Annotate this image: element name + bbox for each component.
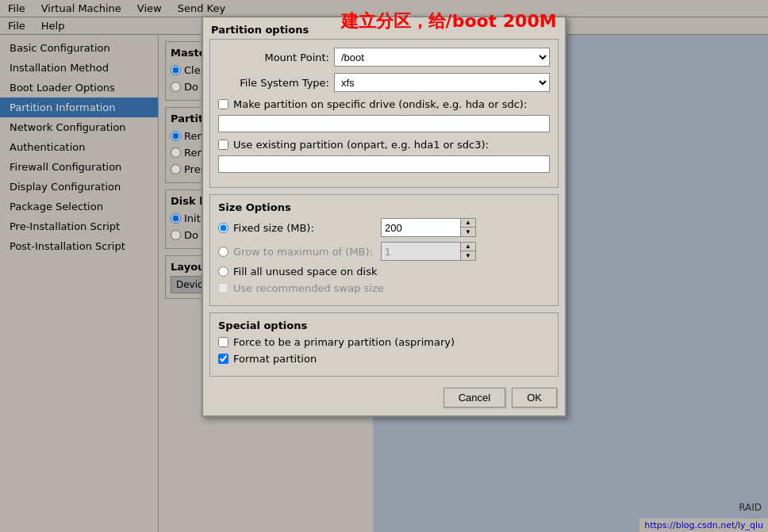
make-partition-label: Make partition on specific drive (ondisk… <box>233 98 527 110</box>
mount-point-label: Mount Point: <box>218 52 329 63</box>
file-system-type-label: File System Type: <box>218 77 329 89</box>
size-options-section: Size Options Fixed size (MB): ▲ ▼ Grow t… <box>209 194 559 306</box>
force-primary-checkbox[interactable] <box>218 337 228 347</box>
file-system-select-wrapper: xfs ext4 ext3 ext2 vfat swap <box>334 73 550 92</box>
use-existing-input[interactable] <box>218 155 550 173</box>
format-partition-checkbox[interactable] <box>218 354 228 364</box>
mount-point-select[interactable]: /boot / /home swap <box>334 48 550 67</box>
fixed-size-radio[interactable] <box>218 223 228 233</box>
fixed-size-spinner: ▲ ▼ <box>461 219 475 236</box>
grow-to-max-up-btn[interactable]: ▲ <box>461 243 475 251</box>
ok-button[interactable]: OK <box>512 388 557 408</box>
grow-to-max-spinbox: ▲ ▼ <box>381 242 476 261</box>
file-system-type-row: File System Type: xfs ext4 ext3 ext2 vfa… <box>218 73 550 92</box>
fixed-size-input[interactable] <box>382 219 461 236</box>
fixed-size-label: Fixed size (MB): <box>233 222 376 234</box>
make-partition-checkbox[interactable] <box>218 99 228 109</box>
grow-to-max-input[interactable] <box>382 243 461 260</box>
fill-all-radio[interactable] <box>218 266 228 277</box>
make-partition-row: Make partition on specific drive (ondisk… <box>218 98 550 110</box>
grow-to-max-label: Grow to maximum of (MB): <box>233 246 376 258</box>
partition-options-dialog: 建立分区，给/boot 200M Partition options Mount… <box>202 16 566 417</box>
cancel-button[interactable]: Cancel <box>444 388 505 408</box>
format-partition-label: Format partition <box>233 353 317 365</box>
mount-point-select-wrapper: /boot / /home swap <box>334 48 550 67</box>
force-primary-label: Force to be a primary partition (asprima… <box>233 336 455 348</box>
use-existing-checkbox[interactable] <box>218 140 228 150</box>
grow-to-max-down-btn[interactable]: ▼ <box>461 251 475 260</box>
mount-point-row: Mount Point: /boot / /home swap <box>218 48 550 67</box>
use-recommended-row: Use recommended swap size <box>218 282 550 294</box>
use-recommended-label: Use recommended swap size <box>233 282 384 294</box>
use-existing-label: Use existing partition (onpart, e.g. hda… <box>233 139 489 151</box>
grow-to-max-radio[interactable] <box>218 247 228 257</box>
fixed-size-up-btn[interactable]: ▲ <box>461 219 475 228</box>
fill-all-row: Fill all unused space on disk <box>218 266 550 277</box>
fixed-size-row: Fixed size (MB): ▲ ▼ <box>218 218 550 237</box>
grow-to-max-spinner: ▲ ▼ <box>461 243 475 260</box>
fixed-size-down-btn[interactable]: ▼ <box>461 228 475 236</box>
make-partition-input[interactable] <box>218 115 550 132</box>
file-system-type-select[interactable]: xfs ext4 ext3 ext2 vfat swap <box>334 73 550 92</box>
special-options-title: Special options <box>218 320 550 331</box>
partition-options-inner: Mount Point: /boot / /home swap File Sys… <box>209 39 559 188</box>
format-partition-row: Format partition <box>218 353 550 365</box>
size-options-title: Size Options <box>218 201 550 213</box>
fixed-size-spinbox: ▲ ▼ <box>381 218 476 237</box>
grow-to-max-row: Grow to maximum of (MB): ▲ ▼ <box>218 242 550 261</box>
use-existing-row: Use existing partition (onpart, e.g. hda… <box>218 139 550 151</box>
dialog-overlay: 建立分区，给/boot 200M Partition options Mount… <box>0 0 768 532</box>
use-recommended-checkbox[interactable] <box>218 283 228 293</box>
special-options-section: Special options Force to be a primary pa… <box>209 312 559 377</box>
dialog-button-row: Cancel OK <box>203 383 565 415</box>
force-primary-row: Force to be a primary partition (asprima… <box>218 336 550 348</box>
dialog-title: Partition options <box>203 17 565 39</box>
fill-all-label: Fill all unused space on disk <box>233 266 377 277</box>
